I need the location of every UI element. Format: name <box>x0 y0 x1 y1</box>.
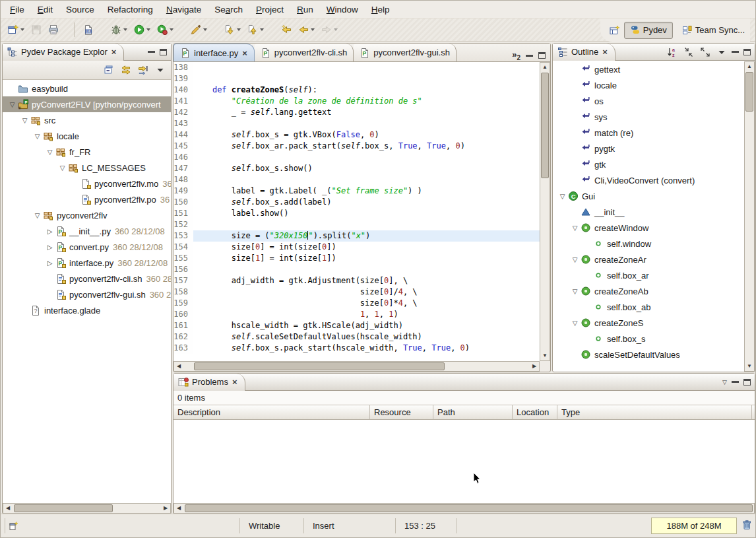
scroll-down-icon[interactable]: ▼ <box>540 351 550 360</box>
expander-icon[interactable]: ▽ <box>569 319 581 327</box>
outline-item-createzones[interactable]: ▽createZoneS <box>553 315 744 331</box>
outline-item-createzoneab[interactable]: ▽createZoneAb <box>553 283 744 299</box>
maximize-icon[interactable] <box>538 52 546 59</box>
close-icon[interactable]: × <box>111 47 117 57</box>
tree-item-pyconvert2flv-python-pyconvert[interactable]: ▽P✳pyConvert2FLV [python/pyconvert <box>3 96 171 112</box>
menu-file[interactable]: File <box>3 2 31 17</box>
tree-item-pyconvert2flv[interactable]: ▽pyconvert2flv <box>3 207 171 223</box>
package-explorer-tree[interactable]: easybuild▽P✳pyConvert2FLV [python/pyconv… <box>3 81 171 502</box>
expand-view-icon[interactable] <box>700 47 710 57</box>
sort-az-icon[interactable]: az <box>667 47 677 57</box>
outline-item-self.window[interactable]: self.window <box>553 236 744 252</box>
outline-item-self.box_s[interactable]: self.box_s <box>553 331 744 347</box>
outline-item-pygtk[interactable]: pygtk <box>553 141 744 156</box>
back-button[interactable] <box>295 22 318 38</box>
tree-item-pyconvert2flv.po[interactable]: pyconvert2flv.po36 <box>3 191 171 207</box>
scroll-left-icon[interactable]: ◀ <box>174 504 183 513</box>
dropdown-icon[interactable] <box>260 28 264 31</box>
close-icon[interactable]: × <box>602 47 608 57</box>
outline-item-gtk[interactable]: gtk <box>553 156 744 172</box>
column-header-path[interactable]: Path <box>433 405 513 419</box>
new-wizard-button[interactable] <box>5 22 28 38</box>
expander-icon[interactable]: ▷ <box>44 259 55 267</box>
outline-item-gettext[interactable]: gettext <box>553 61 744 77</box>
more-tabs-chevron[interactable]: »2 <box>512 50 520 61</box>
editor-tab-interface.py[interactable]: Pinterface.py× <box>173 44 255 61</box>
tree-item-locale[interactable]: ▽locale <box>3 128 171 144</box>
scroll-down-icon[interactable]: ▼ <box>745 362 754 371</box>
tree-item-pyconvert2flv.mo[interactable]: pyconvert2flv.mo36 <box>3 176 171 191</box>
garbage-collect-icon[interactable] <box>741 520 752 530</box>
outline-tab[interactable]: Outline × <box>553 44 615 61</box>
menu-project[interactable]: Project <box>249 2 290 17</box>
dropdown-icon[interactable] <box>311 28 315 31</box>
package-explorer-hscrollbar[interactable]: ◀ ▶ <box>3 503 171 514</box>
tree-item-convert.py[interactable]: ▷Pconvert.py360 28/12/08 <box>3 239 171 255</box>
run-button[interactable] <box>131 22 154 38</box>
minimize-icon[interactable] <box>732 51 739 53</box>
outline-item-cli-videoconvert-convert-[interactable]: Cli,VideoConvert (convert) <box>553 172 744 188</box>
menu-help[interactable]: Help <box>365 2 396 17</box>
prev-annotation-button[interactable] <box>244 22 267 38</box>
dropdown-icon[interactable] <box>237 28 241 31</box>
problems-hscrollbar[interactable]: ◀ <box>173 503 755 514</box>
collapse-all-icon[interactable] <box>104 65 114 75</box>
menu-edit[interactable]: Edit <box>31 2 59 17</box>
expander-icon[interactable]: ▽ <box>557 193 568 200</box>
expander-icon[interactable]: ▽ <box>57 164 68 172</box>
column-header-type[interactable]: Type <box>557 405 752 419</box>
close-icon[interactable]: × <box>232 377 238 387</box>
expander-icon[interactable]: ▽ <box>7 101 18 108</box>
filters-icon[interactable] <box>138 65 148 75</box>
dropdown-icon[interactable] <box>334 28 338 31</box>
debug-button[interactable] <box>108 22 131 38</box>
scroll-up-icon[interactable]: ▲ <box>745 62 754 71</box>
last-edit-button[interactable] <box>278 22 295 38</box>
column-header-resource[interactable]: Resource <box>370 405 433 419</box>
expander-icon[interactable]: ▽ <box>569 224 581 232</box>
editor-tab-pyconvert2flv-gui.sh[interactable]: Ppyconvert2flv-gui.sh <box>354 44 457 61</box>
link-editor-icon[interactable] <box>121 65 131 75</box>
outline-item-self.box_ar[interactable]: self.box_ar <box>553 267 744 283</box>
outline-item-self.box_ab[interactable]: self.box_ab <box>553 299 744 315</box>
outline-item-__init__[interactable]: __init__ <box>553 204 744 220</box>
tree-item-interface.glade[interactable]: ?interface.glade <box>3 302 171 318</box>
outline-item-match-re-[interactable]: match (re) <box>553 125 744 141</box>
collapse-view-icon[interactable] <box>683 47 694 57</box>
outline-item-createzonear[interactable]: ▽createZoneAr <box>553 252 744 267</box>
dropdown-icon[interactable] <box>123 28 127 31</box>
next-annotation-button[interactable] <box>221 22 244 38</box>
editor-hscrollbar[interactable]: ◀ ▶ <box>173 361 540 372</box>
menu-run[interactable]: Run <box>290 2 320 17</box>
outline-tree[interactable]: gettextlocaleossysmatch (re)pygtkgtkCli,… <box>553 61 744 371</box>
column-header-description[interactable]: Description <box>173 405 370 419</box>
code-editor[interactable]: 138139140 def createZoneS(self):141 "Cré… <box>173 62 540 361</box>
tree-item-src[interactable]: ▽src <box>3 112 171 128</box>
expander-icon[interactable]: ▷ <box>44 228 55 235</box>
maximize-icon[interactable] <box>743 379 751 386</box>
scroll-right-icon[interactable]: ▶ <box>530 362 539 371</box>
view-menu-icon[interactable] <box>716 47 727 57</box>
outline-item-scalesetdefaultvalues[interactable]: scaleSetDefaultValues <box>553 347 744 362</box>
outline-vscrollbar[interactable]: ▲ ▼ <box>744 61 755 372</box>
expander-icon[interactable]: ▽ <box>569 288 581 295</box>
column-header-location[interactable]: Location <box>513 405 557 419</box>
code-file-button[interactable]: 010 <box>80 22 97 38</box>
fast-view-icon[interactable] <box>9 514 19 537</box>
brush-button[interactable] <box>187 22 210 38</box>
menu-navigate[interactable]: Navigate <box>160 2 208 17</box>
tree-item-easybuild[interactable]: easybuild <box>3 81 171 96</box>
menu-search[interactable]: Search <box>208 2 249 17</box>
view-menu-icon[interactable] <box>155 65 166 75</box>
tree-item-fr_fr[interactable]: ▽fr_FR <box>3 144 171 160</box>
outline-item-locale[interactable]: locale <box>553 77 744 93</box>
menu-source[interactable]: Source <box>59 2 101 17</box>
minimize-icon[interactable] <box>526 55 533 57</box>
minimize-icon[interactable] <box>148 51 155 53</box>
problems-tab[interactable]: Problems × <box>173 374 245 391</box>
tree-item-lc_messages[interactable]: ▽LC_MESSAGES <box>3 160 171 176</box>
outline-item-sys[interactable]: sys <box>553 109 744 125</box>
open-perspective-icon[interactable] <box>610 25 620 36</box>
view-menu-icon[interactable]: ▽ <box>722 379 727 386</box>
run-external-button[interactable] <box>154 22 177 38</box>
